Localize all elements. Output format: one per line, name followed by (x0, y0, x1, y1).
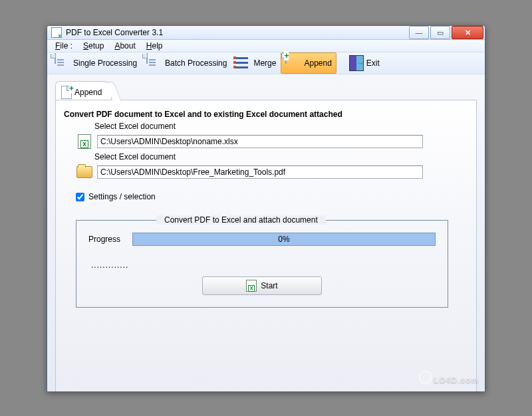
exit-label: Exit (366, 58, 380, 68)
watermark: LO4D.com (419, 369, 479, 387)
convert-fieldset: Convert PDF to Excel and attach document… (76, 220, 448, 308)
merge-label: Merge (253, 58, 276, 68)
batch-processing-label: Batch Processing (165, 58, 227, 68)
pdf-path-input[interactable] (97, 165, 423, 179)
select-excel-label-2: Select Excel document (94, 152, 468, 161)
window-title: PDF to Excel Converter 3.1 (66, 28, 409, 37)
append-panel: Convert PDF document to Excel and to exi… (55, 100, 477, 392)
excel-path-input[interactable] (97, 135, 423, 148)
tab-label: Append (74, 88, 102, 97)
close-button[interactable]: ✕ (452, 26, 483, 39)
batch-processing-button[interactable]: Batch Processing (142, 52, 231, 74)
append-button[interactable]: Append (281, 52, 336, 74)
window-controls: — ▭ ✕ (409, 26, 483, 39)
progress-label: Progress (88, 235, 120, 244)
folder-icon (76, 166, 92, 178)
start-label: Start (261, 281, 277, 290)
app-window: PDF to Excel Converter 3.1 — ▭ ✕ File : … (47, 25, 485, 392)
batch-processing-icon (146, 53, 148, 64)
fieldset-legend: Convert PDF to Excel and attach document (156, 215, 326, 225)
start-button[interactable]: Start (202, 276, 322, 295)
merge-icon (236, 56, 251, 70)
exit-button[interactable]: Exit (344, 52, 384, 74)
single-processing-label: Single Processing (73, 58, 137, 68)
menu-about[interactable]: About (109, 40, 140, 52)
settings-checkbox[interactable] (76, 193, 84, 201)
content-area: Append Convert PDF document to Excel and… (47, 74, 485, 392)
menu-setup[interactable]: Setup (78, 40, 109, 52)
append-icon (285, 53, 287, 64)
toolbar: Single Processing Batch Processing Merge… (47, 52, 485, 74)
select-excel-label-1: Select Excel document (94, 122, 468, 131)
maximize-button[interactable]: ▭ (430, 26, 450, 39)
single-processing-button[interactable]: Single Processing (50, 52, 142, 74)
progress-value: 0% (278, 235, 289, 244)
status-text: ............. (91, 260, 436, 270)
settings-label: Settings / selection (88, 192, 156, 201)
exit-icon (349, 55, 364, 71)
menubar: File : Setup About Help (47, 40, 485, 52)
excel-icon (78, 134, 91, 149)
tab-append[interactable]: Append (55, 81, 112, 100)
browse-pdf-button[interactable] (76, 164, 93, 180)
merge-button[interactable]: Merge (231, 52, 281, 74)
menu-help[interactable]: Help (141, 40, 168, 52)
single-processing-icon (55, 53, 56, 64)
app-icon (51, 27, 62, 38)
titlebar[interactable]: PDF to Excel Converter 3.1 — ▭ ✕ (47, 26, 485, 40)
browse-excel-button[interactable] (76, 134, 93, 150)
menu-file[interactable]: File : (50, 40, 78, 52)
progress-bar: 0% (132, 233, 436, 246)
globe-icon (419, 371, 432, 384)
append-tab-icon (61, 86, 72, 99)
minimize-button[interactable]: — (409, 26, 429, 39)
append-label: Append (304, 58, 331, 68)
panel-heading: Convert PDF document to Excel and to exi… (64, 110, 468, 119)
start-icon (246, 280, 257, 292)
